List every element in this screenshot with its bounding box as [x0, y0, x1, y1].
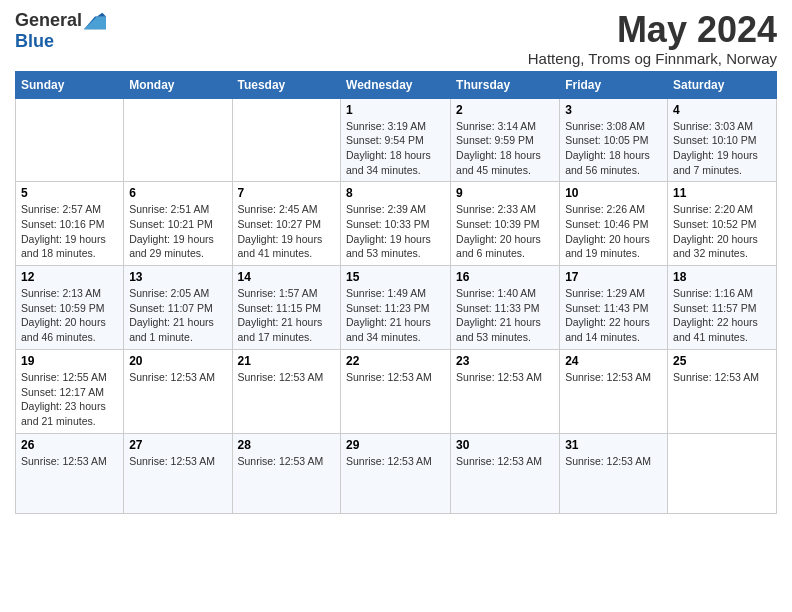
calendar-cell: 3Sunrise: 3:08 AMSunset: 10:05 PMDayligh… [560, 98, 668, 182]
calendar-cell: 29Sunrise: 12:53 AM [341, 433, 451, 513]
calendar-cell: 15Sunrise: 1:49 AMSunset: 11:23 PMDaylig… [341, 266, 451, 350]
calendar-cell: 22Sunrise: 12:53 AM [341, 349, 451, 433]
day-number: 10 [565, 186, 662, 200]
day-info: Sunrise: 12:53 AM [346, 454, 445, 469]
day-info: Sunrise: 2:20 AMSunset: 10:52 PMDaylight… [673, 202, 771, 261]
calendar-day-header: Saturday [668, 71, 777, 98]
calendar-cell: 12Sunrise: 2:13 AMSunset: 10:59 PMDaylig… [16, 266, 124, 350]
day-number: 16 [456, 270, 554, 284]
day-number: 25 [673, 354, 771, 368]
month-title: May 2024 [528, 10, 777, 50]
day-info: Sunrise: 3:08 AMSunset: 10:05 PMDaylight… [565, 119, 662, 178]
day-number: 9 [456, 186, 554, 200]
calendar-cell: 17Sunrise: 1:29 AMSunset: 11:43 PMDaylig… [560, 266, 668, 350]
day-info: Sunrise: 12:53 AM [565, 454, 662, 469]
calendar-cell: 5Sunrise: 2:57 AMSunset: 10:16 PMDayligh… [16, 182, 124, 266]
day-number: 6 [129, 186, 226, 200]
calendar-cell: 31Sunrise: 12:53 AM [560, 433, 668, 513]
day-info: Sunrise: 3:03 AMSunset: 10:10 PMDaylight… [673, 119, 771, 178]
title-block: May 2024 Hatteng, Troms og Finnmark, Nor… [528, 10, 777, 67]
calendar-day-header: Friday [560, 71, 668, 98]
logo: General Blue [15, 10, 106, 52]
calendar-day-header: Thursday [451, 71, 560, 98]
day-info: Sunrise: 1:29 AMSunset: 11:43 PMDaylight… [565, 286, 662, 345]
day-info: Sunrise: 12:53 AM [129, 370, 226, 385]
calendar-cell: 24Sunrise: 12:53 AM [560, 349, 668, 433]
day-info: Sunrise: 12:53 AM [129, 454, 226, 469]
calendar-cell [232, 98, 341, 182]
day-info: Sunrise: 12:53 AM [346, 370, 445, 385]
day-number: 21 [238, 354, 336, 368]
day-info: Sunrise: 12:53 AM [238, 454, 336, 469]
location-subtitle: Hatteng, Troms og Finnmark, Norway [528, 50, 777, 67]
calendar-cell: 7Sunrise: 2:45 AMSunset: 10:27 PMDayligh… [232, 182, 341, 266]
calendar-week-row: 26Sunrise: 12:53 AM27Sunrise: 12:53 AM28… [16, 433, 777, 513]
calendar-cell: 19Sunrise: 12:55 AMSunset: 12:17 AMDayli… [16, 349, 124, 433]
day-number: 3 [565, 103, 662, 117]
day-info: Sunrise: 12:55 AMSunset: 12:17 AMDayligh… [21, 370, 118, 429]
day-info: Sunrise: 3:19 AMSunset: 9:54 PMDaylight:… [346, 119, 445, 178]
calendar-week-row: 12Sunrise: 2:13 AMSunset: 10:59 PMDaylig… [16, 266, 777, 350]
day-info: Sunrise: 12:53 AM [673, 370, 771, 385]
day-number: 11 [673, 186, 771, 200]
day-number: 8 [346, 186, 445, 200]
calendar-header: SundayMondayTuesdayWednesdayThursdayFrid… [16, 71, 777, 98]
day-number: 2 [456, 103, 554, 117]
day-info: Sunrise: 2:05 AMSunset: 11:07 PMDaylight… [129, 286, 226, 345]
calendar-cell: 21Sunrise: 12:53 AM [232, 349, 341, 433]
calendar-cell [16, 98, 124, 182]
calendar-day-header: Tuesday [232, 71, 341, 98]
day-info: Sunrise: 12:53 AM [456, 454, 554, 469]
day-number: 31 [565, 438, 662, 452]
day-info: Sunrise: 12:53 AM [238, 370, 336, 385]
calendar-cell: 10Sunrise: 2:26 AMSunset: 10:46 PMDaylig… [560, 182, 668, 266]
day-number: 17 [565, 270, 662, 284]
calendar-cell: 14Sunrise: 1:57 AMSunset: 11:15 PMDaylig… [232, 266, 341, 350]
calendar-cell [124, 98, 232, 182]
calendar-cell: 27Sunrise: 12:53 AM [124, 433, 232, 513]
calendar-day-header: Sunday [16, 71, 124, 98]
day-number: 19 [21, 354, 118, 368]
calendar-cell: 13Sunrise: 2:05 AMSunset: 11:07 PMDaylig… [124, 266, 232, 350]
day-number: 15 [346, 270, 445, 284]
calendar-cell: 20Sunrise: 12:53 AM [124, 349, 232, 433]
day-info: Sunrise: 2:51 AMSunset: 10:21 PMDaylight… [129, 202, 226, 261]
day-number: 5 [21, 186, 118, 200]
calendar-cell: 2Sunrise: 3:14 AMSunset: 9:59 PMDaylight… [451, 98, 560, 182]
day-info: Sunrise: 2:39 AMSunset: 10:33 PMDaylight… [346, 202, 445, 261]
day-number: 14 [238, 270, 336, 284]
calendar-week-row: 5Sunrise: 2:57 AMSunset: 10:16 PMDayligh… [16, 182, 777, 266]
calendar-week-row: 1Sunrise: 3:19 AMSunset: 9:54 PMDaylight… [16, 98, 777, 182]
day-number: 13 [129, 270, 226, 284]
svg-marker-2 [97, 13, 106, 17]
logo-general: General [15, 11, 82, 31]
calendar-day-header: Monday [124, 71, 232, 98]
calendar-cell: 6Sunrise: 2:51 AMSunset: 10:21 PMDayligh… [124, 182, 232, 266]
calendar-table: SundayMondayTuesdayWednesdayThursdayFrid… [15, 71, 777, 514]
day-number: 4 [673, 103, 771, 117]
day-number: 28 [238, 438, 336, 452]
calendar-cell: 30Sunrise: 12:53 AM [451, 433, 560, 513]
day-info: Sunrise: 12:53 AM [456, 370, 554, 385]
calendar-day-header: Wednesday [341, 71, 451, 98]
day-info: Sunrise: 2:33 AMSunset: 10:39 PMDaylight… [456, 202, 554, 261]
day-info: Sunrise: 3:14 AMSunset: 9:59 PMDaylight:… [456, 119, 554, 178]
svg-marker-1 [84, 16, 106, 29]
calendar-cell: 1Sunrise: 3:19 AMSunset: 9:54 PMDaylight… [341, 98, 451, 182]
day-info: Sunrise: 1:16 AMSunset: 11:57 PMDaylight… [673, 286, 771, 345]
logo-icon [84, 10, 106, 32]
day-info: Sunrise: 2:57 AMSunset: 10:16 PMDaylight… [21, 202, 118, 261]
page-header: General Blue May 2024 Hatteng, Troms og … [15, 10, 777, 67]
day-number: 27 [129, 438, 226, 452]
calendar-cell: 23Sunrise: 12:53 AM [451, 349, 560, 433]
day-number: 29 [346, 438, 445, 452]
day-info: Sunrise: 2:13 AMSunset: 10:59 PMDaylight… [21, 286, 118, 345]
day-number: 30 [456, 438, 554, 452]
calendar-cell: 26Sunrise: 12:53 AM [16, 433, 124, 513]
calendar-week-row: 19Sunrise: 12:55 AMSunset: 12:17 AMDayli… [16, 349, 777, 433]
day-number: 1 [346, 103, 445, 117]
calendar-cell: 8Sunrise: 2:39 AMSunset: 10:33 PMDayligh… [341, 182, 451, 266]
day-number: 12 [21, 270, 118, 284]
calendar-cell: 4Sunrise: 3:03 AMSunset: 10:10 PMDayligh… [668, 98, 777, 182]
calendar-cell: 9Sunrise: 2:33 AMSunset: 10:39 PMDayligh… [451, 182, 560, 266]
